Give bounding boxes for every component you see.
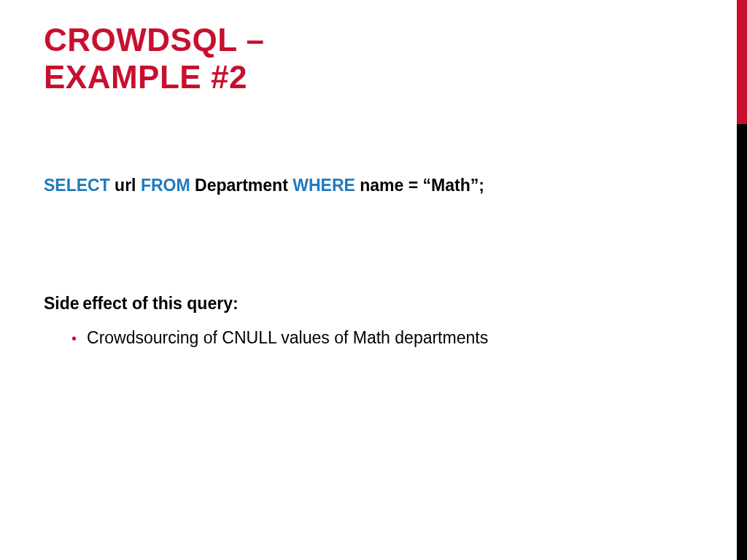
sql-table: Department <box>190 176 293 195</box>
title-line-1: CROWDSQL – <box>44 22 264 58</box>
accent-bar-red <box>737 0 747 124</box>
sql-column: url <box>110 176 141 195</box>
sql-keyword-where: WHERE <box>293 176 355 195</box>
sql-query: SELECT url FROM Department WHERE name = … <box>44 176 703 195</box>
bullet-text: Crowdsourcing of CNULL values of Math de… <box>87 328 488 348</box>
slide-title: CROWDSQL – EXAMPLE #2 <box>44 22 703 96</box>
bullet-dot-icon: • <box>71 331 77 346</box>
accent-bar-black <box>737 124 747 560</box>
title-line-2: EXAMPLE #2 <box>44 59 247 95</box>
bullet-item: • Crowdsourcing of CNULL values of Math … <box>44 328 703 348</box>
sql-keyword-from: FROM <box>141 176 190 195</box>
slide-content: CROWDSQL – EXAMPLE #2 SELECT url FROM De… <box>0 0 747 348</box>
side-effect-label: Side effect of this query: <box>44 294 703 314</box>
sql-keyword-select: SELECT <box>44 176 110 195</box>
sql-predicate: name = “Math”; <box>355 176 484 195</box>
